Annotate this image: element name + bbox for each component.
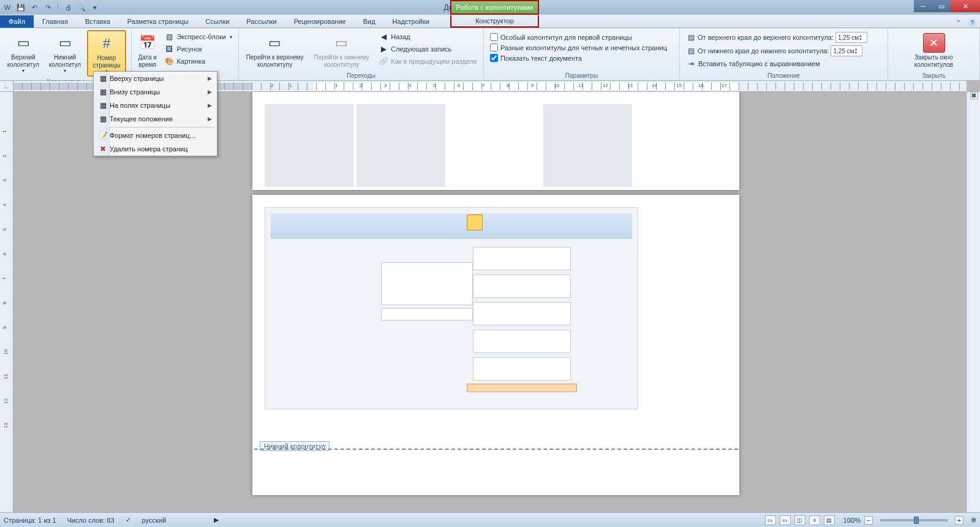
footer-from-bottom[interactable]: ▤ От нижнего края до нижнего колонтитула…	[684, 45, 870, 57]
maximize-button[interactable]: ▭	[932, 0, 951, 12]
zoom-fit-icon[interactable]: ⊕	[971, 516, 976, 524]
ribbon-tabs: Файл Главная Вставка Разметка страницы С…	[0, 15, 980, 28]
view-fullscreen[interactable]: ▭	[780, 515, 791, 525]
view-print-layout[interactable]: ▭	[765, 515, 776, 525]
picture-button[interactable]: 🖼Рисунок	[162, 44, 235, 55]
status-proofing-icon[interactable]: ✓	[126, 516, 131, 524]
print-icon[interactable]: 🖨	[63, 2, 73, 12]
menu-bottom-of-page[interactable]: ▦Внизу страницы▶	[94, 85, 217, 99]
minimize-ribbon-icon[interactable]: ⌃	[956, 19, 964, 28]
menu-remove-page-numbers[interactable]: ✖Удалить номера страниц	[94, 142, 217, 156]
prev-icon: ◀	[379, 32, 388, 42]
ruler-toggle-icon[interactable]: ▦	[970, 92, 978, 99]
page-number-button[interactable]: # Номер страницы▾	[87, 30, 126, 77]
zoom-in-button[interactable]: +	[955, 516, 963, 525]
view-web[interactable]: ◫	[794, 515, 805, 525]
vertical-scrollbar[interactable]: ▦	[967, 92, 980, 512]
group-label-options: Параметры	[484, 72, 679, 80]
goto-header-button[interactable]: ▭ Перейти к верхнему колонтитулу	[243, 30, 307, 70]
goto-footer-label: Перейти к нижнему колонтитулу	[311, 54, 372, 68]
page-number-dropdown: ▦Вверху страницы▶ ▦Внизу страницы▶ ▦На п…	[93, 71, 217, 156]
group-position: ▤ От верхнего края до верхнего колонтиту…	[680, 28, 888, 80]
undo-icon[interactable]: ↶	[29, 2, 39, 12]
tab-mailings[interactable]: Рассылки	[238, 15, 285, 28]
tab-references[interactable]: Ссылки	[197, 15, 238, 28]
datetime-button[interactable]: 📅 Дата и время	[135, 30, 159, 70]
tab-review[interactable]: Рецензирование	[285, 15, 355, 28]
preview-icon[interactable]: 🔍	[77, 2, 86, 12]
menu-separator	[96, 127, 215, 127]
submenu-arrow-icon: ▶	[208, 89, 212, 95]
status-words[interactable]: Число слов: 83	[67, 517, 115, 524]
link-previous-button: 🔗Как в предыдущем разделе	[376, 56, 480, 67]
goto-header-icon: ▭	[265, 33, 285, 53]
footer-button[interactable]: ▭ Нижний колонтитул▾	[45, 30, 85, 75]
menu-top-of-page[interactable]: ▦Вверху страницы▶	[94, 72, 217, 85]
ruler-top-icon: ▤	[686, 32, 696, 42]
footer-boundary	[254, 449, 738, 450]
footer-bottom-spinner[interactable]: 1,25 см▲▼	[831, 45, 862, 56]
menu-format-page-numbers[interactable]: 📝Формат номеров страниц…	[94, 129, 217, 142]
header-icon: ▭	[13, 33, 33, 53]
goto-footer-icon: ▭	[332, 33, 352, 53]
tab-pagelayout[interactable]: Разметка страницы	[119, 15, 197, 28]
page-margin-icon: ▦	[96, 101, 110, 110]
redo-icon[interactable]: ↷	[43, 2, 53, 12]
group-label-position: Положение	[680, 72, 888, 80]
footer-label: Нижний колонтитул	[47, 54, 83, 68]
tab-insert[interactable]: Вставка	[77, 15, 119, 28]
page-bottom-icon: ▦	[96, 88, 110, 96]
view-draft[interactable]: ▤	[824, 515, 835, 525]
menu-current-position[interactable]: ▦Текущее положение▶	[94, 112, 217, 126]
diff-oddeven-checkbox[interactable]: Разные колонтитулы для четных и нечетных…	[488, 43, 669, 52]
zoom-out-button[interactable]: −	[864, 516, 873, 525]
header-button[interactable]: ▭ Верхний колонтитул▾	[4, 30, 43, 75]
header-from-top[interactable]: ▤ От верхнего края до верхнего колонтиту…	[684, 31, 870, 44]
view-outline[interactable]: ≡	[809, 515, 820, 525]
status-page[interactable]: Страница: 1 из 1	[4, 517, 56, 524]
quickparts-icon: ▧	[164, 32, 174, 42]
status-macro-icon[interactable]: ▶	[214, 516, 219, 524]
prev-section-button[interactable]: ◀Назад	[376, 31, 480, 42]
checkbox-icon[interactable]	[490, 54, 498, 62]
insert-align-tab-button[interactable]: ⇥Вставить табуляцию с выравниванием	[684, 58, 870, 69]
close-window-button[interactable]: ✕	[951, 0, 980, 12]
zoom-level[interactable]: 100%	[843, 517, 861, 524]
save-icon[interactable]: 💾	[16, 2, 26, 12]
tab-home[interactable]: Главная	[34, 15, 77, 28]
tab-icon: ⇥	[686, 59, 696, 69]
quick-access-toolbar: W 💾 ↶ ↷ | 🖨 🔍 ▾	[0, 2, 100, 12]
datetime-label: Дата и время	[137, 54, 157, 68]
word-icon: W	[2, 2, 12, 12]
group-close: ✕ Закрыть окно колонтитулов Закрыть	[888, 28, 980, 80]
show-doc-checkbox[interactable]: Показать текст документа	[488, 53, 669, 63]
clipart-icon: 🎨	[164, 56, 174, 66]
help-icon[interactable]: ?	[968, 19, 976, 28]
status-bar: Страница: 1 из 1 Число слов: 83 ✓ русски…	[0, 512, 980, 527]
tab-addins[interactable]: Надстройки	[384, 15, 438, 28]
checkbox-icon[interactable]	[490, 44, 498, 51]
zoom-slider[interactable]	[880, 519, 948, 521]
tab-designer[interactable]: Конструктор	[450, 15, 539, 28]
tab-selector[interactable]: ∟	[0, 81, 13, 92]
group-label-close: Закрыть	[888, 72, 979, 80]
quickparts-button[interactable]: ▧Экспресс-блоки▾	[162, 31, 235, 42]
page-current-icon: ▦	[96, 115, 110, 123]
checkbox-icon[interactable]	[490, 33, 498, 41]
diff-first-checkbox[interactable]: Особый колонтитул для первой страницы	[488, 32, 669, 42]
close-headerfooter-button[interactable]: ✕ Закрыть окно колонтитулов	[907, 30, 962, 70]
goto-footer-button: ▭ Перейти к нижнему колонтитулу	[309, 30, 374, 70]
minimize-button[interactable]: ─	[914, 0, 932, 12]
status-language[interactable]: русский	[142, 517, 166, 524]
footer-icon: ▭	[55, 33, 75, 53]
page-top-icon: ▦	[96, 74, 110, 83]
tab-view[interactable]: Вид	[355, 15, 384, 28]
vertical-ruler[interactable]: 1 2 3 4 5 6 7 8 9 10 11 12 13	[0, 92, 13, 512]
header-top-spinner[interactable]: 1,25 см▲▼	[835, 32, 867, 43]
qat-custom-icon[interactable]: ▾	[90, 2, 100, 12]
file-tab[interactable]: Файл	[0, 15, 34, 28]
zoom-thumb[interactable]	[914, 517, 919, 524]
menu-page-margins[interactable]: ▦На полях страницы▶	[94, 99, 217, 112]
next-section-button[interactable]: ▶Следующая запись	[376, 44, 480, 55]
clipart-button[interactable]: 🎨Картинка	[162, 56, 235, 67]
